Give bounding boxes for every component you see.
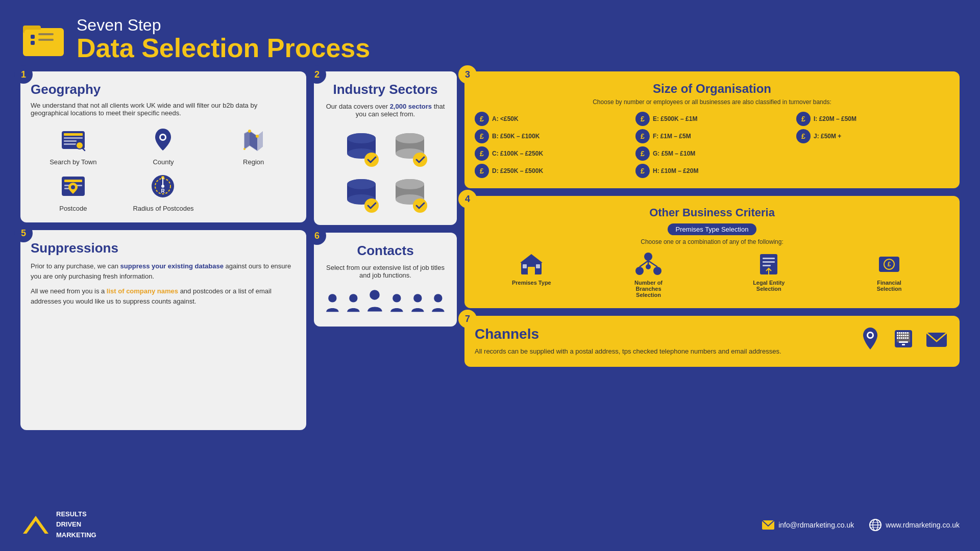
svg-rect-87 <box>899 335 900 336</box>
svg-text:R: R <box>161 188 165 194</box>
svg-point-17 <box>256 135 259 138</box>
location-icon <box>857 326 883 352</box>
svg-rect-6 <box>38 39 54 41</box>
radius-of-postcodes-item: R Radius of Postcodes <box>121 171 206 212</box>
branches-icon <box>634 252 663 277</box>
channels-icons <box>857 326 949 352</box>
band-c-label: C: £100K – £250K <box>492 150 543 157</box>
svg-rect-93 <box>899 337 900 339</box>
footer-contact: info@rdmarketing.co.uk www.rdmarketing.c… <box>762 519 960 531</box>
svg-point-77 <box>868 333 872 337</box>
svg-rect-80 <box>897 332 898 334</box>
svg-rect-85 <box>907 332 909 334</box>
industry-title: Industry Sectors <box>324 82 447 97</box>
svg-rect-81 <box>899 332 900 334</box>
email-footer-icon <box>762 520 774 530</box>
pound-icon-g: £ <box>635 146 650 161</box>
legal-entity-label: Legal Entity Selection <box>746 280 792 292</box>
band-i-label: I: £20M – £50M <box>814 115 856 122</box>
radius-of-postcodes-icon: R <box>148 171 179 202</box>
band-g-label: G: £5M – £10M <box>653 150 695 157</box>
band-g: £ G: £5M – £10M <box>635 146 789 161</box>
contacts-card: 6 Contacts Select from our extensive lis… <box>314 233 457 327</box>
suppressions-card: 5 Suppressions Prior to any purchase, we… <box>20 230 306 430</box>
band-a: £ A: <£50K <box>475 112 628 126</box>
channels-title: Channels <box>475 326 847 342</box>
footer-logo-text: RESULTS DRIVEN MARKETING <box>56 509 96 541</box>
step5-number: 5 <box>14 224 33 242</box>
band-b: £ B: £50K – £100K <box>475 129 628 143</box>
phone-icon <box>891 326 916 352</box>
svg-rect-95 <box>903 337 904 339</box>
suppressions-para2: All we need from you is a list of compan… <box>31 286 296 306</box>
postcode-item: Postcode <box>31 171 116 212</box>
county-label: County <box>153 158 174 166</box>
band-d: £ D: £250K – £500K <box>475 164 628 178</box>
step2-number: 2 <box>308 65 326 84</box>
svg-point-48 <box>396 179 424 189</box>
band-h: £ H: £10M – £20M <box>635 164 789 178</box>
svg-marker-57 <box>520 254 543 263</box>
svg-rect-90 <box>905 335 906 336</box>
svg-rect-5 <box>38 33 54 35</box>
pound-icon-a: £ <box>475 112 489 126</box>
footer-website: www.rdmarketing.co.uk <box>869 519 960 531</box>
region-label: Region <box>243 158 264 166</box>
premises-type-label: Premises Type <box>512 280 551 286</box>
pound-icon-h: £ <box>635 164 650 178</box>
svg-rect-59 <box>523 264 527 268</box>
postcode-label: Postcode <box>59 205 87 212</box>
band-d-label: D: £250K – £500K <box>492 167 543 174</box>
band-e: £ E: £500K – £1M <box>635 112 789 126</box>
svg-point-51 <box>349 294 357 302</box>
email-icon <box>924 326 949 352</box>
suppressions-para1: Prior to any purchase, we can suppress y… <box>31 261 296 281</box>
geography-title: Geography <box>31 82 296 97</box>
band-e-label: E: £500K – £1M <box>653 115 697 122</box>
suppressions-title: Suppressions <box>31 240 296 256</box>
svg-point-53 <box>393 294 401 302</box>
region-item: Region <box>211 124 296 166</box>
business-card: 4 Other Business Criteria Premises Type … <box>464 196 960 308</box>
pound-icon-d: £ <box>475 164 489 178</box>
header-icon <box>20 15 66 61</box>
step1-number: 1 <box>14 65 33 84</box>
industry-card: 2 Industry Sectors Our data covers over … <box>314 71 457 225</box>
band-f-label: F: £1M – £5M <box>653 133 691 140</box>
pound-icon-f: £ <box>635 129 650 143</box>
svg-rect-71 <box>763 265 771 266</box>
search-by-town-label: Search by Town <box>50 158 96 166</box>
database-icon-4 <box>389 174 430 215</box>
svg-rect-10 <box>64 140 77 142</box>
band-b-label: B: £50K – £100K <box>492 133 540 140</box>
geography-description: We understand that not all clients work … <box>31 102 296 117</box>
svg-rect-94 <box>901 337 902 339</box>
svg-point-54 <box>413 294 422 302</box>
size-title: Size of Organisation <box>475 82 949 96</box>
svg-rect-20 <box>64 180 82 182</box>
svg-point-52 <box>370 290 380 300</box>
channels-description: All records can be supplied with a posta… <box>475 346 847 357</box>
svg-rect-97 <box>907 337 909 339</box>
pound-icon-c: £ <box>475 146 489 161</box>
industry-description: Our data covers over 2,000 sectors that … <box>324 103 447 118</box>
badge-container: Premises Type Selection <box>475 223 949 238</box>
band-f: £ F: £1M – £5M <box>635 129 789 143</box>
footer-email-text: info@rdmarketing.co.uk <box>778 521 854 529</box>
svg-rect-96 <box>905 337 906 339</box>
person-icon-5 <box>430 291 447 316</box>
premises-type-item: Premises Type <box>512 252 551 286</box>
county-icon <box>148 124 179 155</box>
band-empty1 <box>796 146 949 161</box>
svg-point-44 <box>364 198 379 213</box>
db-row-1 <box>341 128 430 169</box>
svg-point-18 <box>243 148 246 150</box>
svg-rect-9 <box>64 137 83 139</box>
financial-label: Financial Selection <box>866 280 912 292</box>
database-icon-3 <box>341 174 382 215</box>
band-j: £ J: £50M + <box>796 129 949 143</box>
financial-item: £ Financial Selection <box>866 252 912 292</box>
legal-entity-icon <box>756 252 781 277</box>
svg-rect-86 <box>897 335 898 336</box>
postcode-icon <box>58 171 88 202</box>
